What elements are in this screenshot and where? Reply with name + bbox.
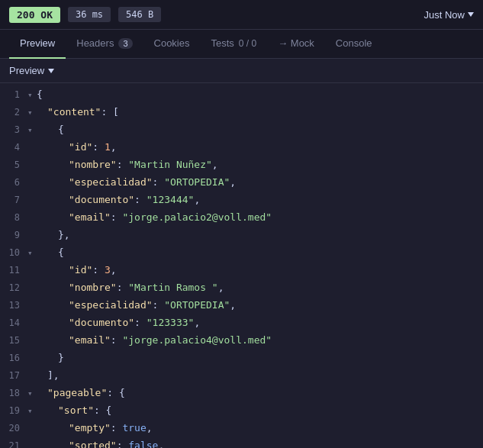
json-line: 19▾"sort": {	[0, 402, 483, 420]
line-content: }	[37, 350, 64, 366]
json-line: 9 },	[0, 227, 483, 244]
preview-chevron-icon	[48, 69, 54, 73]
line-number: 13	[0, 298, 27, 313]
line-content: "sort": {	[37, 403, 111, 418]
top-bar: 200 OK 36 ms 546 B Just Now	[0, 0, 483, 30]
toggle-btn[interactable]: ▾	[27, 88, 37, 103]
json-line: 14 "documento": "123333",	[0, 314, 483, 332]
json-line: 3▾{	[0, 121, 483, 139]
line-number: 12	[0, 280, 27, 295]
preview-dropdown-label: Preview	[9, 65, 44, 76]
toggle-btn	[27, 211, 37, 226]
toggle-btn	[27, 193, 37, 208]
json-line: 5 "nombre": "Martin Nuñez",	[0, 156, 483, 174]
line-number: 10	[0, 245, 27, 260]
toggle-btn	[27, 228, 37, 243]
line-content: "especialidad": "ORTOPEDIA",	[37, 175, 236, 190]
json-line: 15 "email": "jorge.palacio4@voll.med"	[0, 332, 483, 350]
chevron-down-icon	[468, 12, 474, 17]
line-number: 2	[0, 105, 27, 120]
line-number: 7	[0, 192, 27, 208]
line-number: 3	[0, 122, 27, 137]
toggle-btn[interactable]: ▾	[27, 123, 37, 138]
tab-tests[interactable]: Tests 0 / 0	[200, 30, 267, 59]
toggle-btn	[27, 140, 37, 156]
toggle-btn[interactable]: ▾	[27, 386, 37, 401]
json-line: 6 "especialidad": "ORTOPEDIA",	[0, 174, 483, 192]
toggle-btn[interactable]: ▾	[27, 246, 37, 261]
line-number: 4	[0, 140, 27, 155]
line-content: "empty": true,	[37, 421, 153, 436]
json-line: 10▾{	[0, 244, 483, 262]
timestamp[interactable]: Just Now	[424, 9, 474, 21]
preview-dropdown[interactable]: Preview	[9, 65, 54, 76]
tab-tests-count: 0 / 0	[239, 38, 256, 49]
line-content: {	[37, 122, 64, 137]
tab-console[interactable]: Console	[325, 30, 383, 59]
size-badge: 546 B	[118, 7, 161, 22]
line-number: 18	[0, 385, 27, 401]
line-number: 15	[0, 333, 27, 348]
timestamp-label: Just Now	[424, 9, 465, 21]
json-line: 13 "especialidad": "ORTOPEDIA",	[0, 297, 483, 314]
toggle-btn	[27, 439, 37, 448]
toggle-btn	[27, 158, 37, 173]
line-content: ],	[37, 368, 60, 383]
json-line: 4 "id": 1,	[0, 139, 483, 156]
toggle-btn	[27, 316, 37, 331]
line-number: 20	[0, 421, 27, 436]
line-content: "id": 1,	[37, 140, 117, 155]
tab-preview-label: Preview	[20, 37, 55, 49]
line-content: "id": 3,	[37, 263, 117, 278]
json-line: 8 "email": "jorge.palacio2@voll.med"	[0, 209, 483, 227]
line-number: 9	[0, 227, 27, 243]
tab-headers[interactable]: Headers 3	[66, 30, 143, 59]
toggle-btn	[27, 263, 37, 279]
json-line: 16 }	[0, 350, 483, 367]
tab-headers-badge: 3	[118, 38, 132, 49]
tab-cookies-label: Cookies	[154, 37, 190, 49]
toggle-btn	[27, 369, 37, 384]
json-line: 11 "id": 3,	[0, 262, 483, 279]
time-badge: 36 ms	[68, 7, 111, 22]
line-content: "pageable": {	[37, 385, 125, 401]
status-badge: 200 OK	[9, 7, 60, 23]
line-number: 1	[0, 87, 27, 102]
line-content: "documento": "123333",	[37, 315, 200, 330]
json-line: 2▾"content": [	[0, 104, 483, 121]
line-content: {	[37, 87, 43, 102]
toggle-btn[interactable]: ▾	[27, 404, 37, 419]
line-content: "documento": "123444",	[37, 192, 200, 208]
preview-bar: Preview	[0, 59, 483, 83]
line-content: "nombre": "Martin Nuñez",	[37, 157, 218, 172]
tab-mock[interactable]: → Mock	[267, 30, 325, 59]
line-number: 21	[0, 438, 27, 448]
json-line: 17 ],	[0, 367, 483, 385]
line-content: "nombre": "Martin Ramos ",	[37, 280, 224, 295]
json-line: 7 "documento": "123444",	[0, 192, 483, 209]
line-number: 11	[0, 263, 27, 278]
json-line: 1▾{	[0, 86, 483, 104]
json-line: 12 "nombre": "Martin Ramos ",	[0, 279, 483, 297]
json-line: 18▾"pageable": {	[0, 385, 483, 402]
toggle-btn	[27, 421, 37, 437]
line-content: {	[37, 245, 64, 260]
tab-preview[interactable]: Preview	[9, 30, 66, 59]
json-line: 21 "sorted": false,	[0, 437, 483, 448]
line-number: 5	[0, 157, 27, 172]
toggle-btn	[27, 334, 37, 349]
json-line: 20 "empty": true,	[0, 420, 483, 437]
tab-console-label: Console	[336, 37, 372, 49]
line-number: 14	[0, 315, 27, 330]
line-content: "content": [	[37, 105, 119, 120]
line-content: "email": "jorge.palacio2@voll.med"	[37, 210, 272, 225]
tab-mock-label: → Mock	[278, 37, 314, 49]
line-number: 8	[0, 210, 27, 225]
toggle-btn	[27, 298, 37, 314]
toggle-btn[interactable]: ▾	[27, 105, 37, 121]
tab-headers-label: Headers	[76, 37, 114, 49]
tab-cookies[interactable]: Cookies	[143, 30, 201, 59]
json-viewer: 1▾{2▾"content": [3▾{4 "id": 1,5 "nombre"…	[0, 83, 483, 448]
line-content: "especialidad": "ORTOPEDIA",	[37, 298, 236, 313]
toggle-btn	[27, 351, 37, 366]
